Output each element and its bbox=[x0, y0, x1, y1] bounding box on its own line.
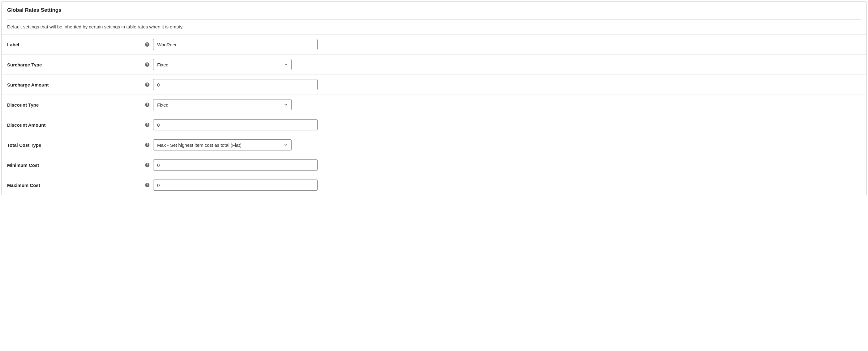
minimum-cost-input[interactable] bbox=[153, 160, 318, 171]
field-label: Discount Amount bbox=[7, 122, 145, 128]
field-control: Fixed bbox=[153, 99, 292, 110]
row-maximum-cost: Maximum Cost ? bbox=[2, 175, 866, 195]
field-control bbox=[153, 119, 318, 130]
field-control bbox=[153, 179, 318, 190]
field-label: Label bbox=[7, 42, 145, 47]
field-control bbox=[153, 160, 318, 171]
select-wrap: Fixed bbox=[153, 99, 292, 110]
panel-divider bbox=[7, 20, 861, 20]
field-label: Minimum Cost bbox=[7, 163, 145, 168]
help-icon[interactable]: ? bbox=[145, 183, 149, 187]
help-wrap: ? bbox=[145, 143, 153, 147]
surcharge-type-select[interactable]: Fixed bbox=[153, 59, 292, 70]
field-label: Surcharge Type bbox=[7, 62, 145, 67]
help-wrap: ? bbox=[145, 163, 153, 167]
help-icon[interactable]: ? bbox=[145, 62, 149, 67]
field-label: Discount Type bbox=[7, 102, 145, 108]
help-icon[interactable]: ? bbox=[145, 103, 149, 107]
help-wrap: ? bbox=[145, 103, 153, 107]
discount-amount-input[interactable] bbox=[153, 119, 318, 130]
field-label: Total Cost Type bbox=[7, 142, 145, 148]
field-control: Fixed bbox=[153, 59, 292, 70]
field-label: Maximum Cost bbox=[7, 183, 145, 188]
row-discount-amount: Discount Amount ? bbox=[2, 115, 866, 135]
help-icon[interactable]: ? bbox=[145, 82, 149, 87]
field-control: Max - Set highest item cost as total (Fl… bbox=[153, 139, 292, 150]
help-wrap: ? bbox=[145, 82, 153, 87]
panel-description: Default settings that will be inherited … bbox=[7, 24, 861, 29]
settings-rows: Label ? Surcharge Type ? Fixed bbox=[2, 34, 866, 195]
field-control bbox=[153, 39, 318, 50]
field-control bbox=[153, 79, 318, 90]
surcharge-amount-input[interactable] bbox=[153, 79, 318, 90]
select-wrap: Fixed bbox=[153, 59, 292, 70]
row-label: Label ? bbox=[2, 35, 866, 55]
row-total-cost-type: Total Cost Type ? Max - Set highest item… bbox=[2, 135, 866, 155]
help-icon[interactable]: ? bbox=[145, 122, 149, 127]
panel-header: Global Rates Settings Default settings t… bbox=[2, 2, 866, 34]
help-wrap: ? bbox=[145, 183, 153, 187]
help-icon[interactable]: ? bbox=[145, 163, 149, 167]
row-surcharge-amount: Surcharge Amount ? bbox=[2, 75, 866, 95]
help-wrap: ? bbox=[145, 122, 153, 127]
field-label: Surcharge Amount bbox=[7, 82, 145, 87]
row-discount-type: Discount Type ? Fixed bbox=[2, 95, 866, 115]
total-cost-type-select[interactable]: Max - Set highest item cost as total (Fl… bbox=[153, 139, 292, 150]
panel-title: Global Rates Settings bbox=[7, 7, 861, 13]
help-wrap: ? bbox=[145, 42, 153, 47]
help-icon[interactable]: ? bbox=[145, 143, 149, 147]
label-input[interactable] bbox=[153, 39, 318, 50]
discount-type-select[interactable]: Fixed bbox=[153, 99, 292, 110]
global-rates-settings-panel: Global Rates Settings Default settings t… bbox=[1, 1, 867, 195]
row-surcharge-type: Surcharge Type ? Fixed bbox=[2, 55, 866, 75]
maximum-cost-input[interactable] bbox=[153, 179, 318, 190]
help-wrap: ? bbox=[145, 62, 153, 67]
select-wrap: Max - Set highest item cost as total (Fl… bbox=[153, 139, 292, 150]
help-icon[interactable]: ? bbox=[145, 42, 149, 47]
row-minimum-cost: Minimum Cost ? bbox=[2, 155, 866, 175]
